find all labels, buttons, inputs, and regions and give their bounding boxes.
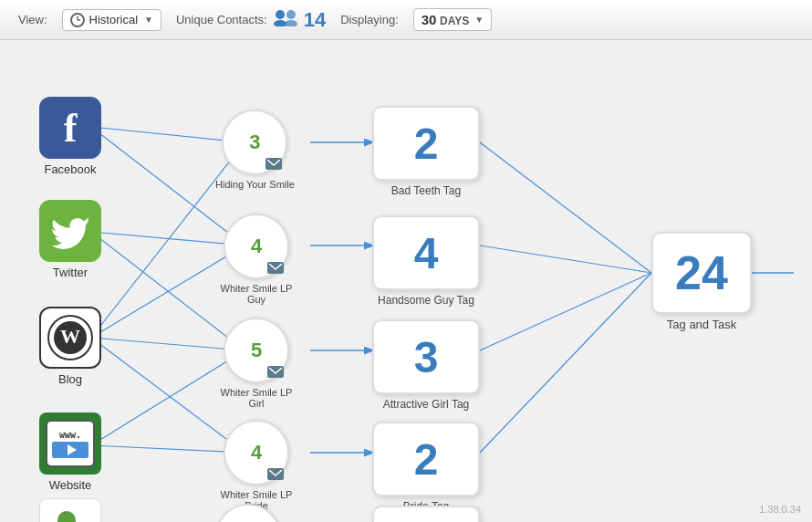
result-node-tag-task[interactable]: 24 Tag and Task	[651, 232, 752, 331]
tag-box-attractive-girl: 3	[372, 319, 480, 394]
result-number: 24	[675, 245, 728, 300]
tag-box-bad-teeth: 2	[372, 106, 480, 181]
unique-contacts-label: Unique Contacts:	[176, 13, 267, 26]
blog-icon: W	[39, 307, 101, 369]
website-icon: www.	[39, 412, 101, 475]
funnel-label-hiding: Hiding Your Smile	[215, 179, 295, 190]
source-node-facebook[interactable]: f Facebook	[29, 97, 111, 176]
days-value: 30 DAYS	[422, 12, 470, 27]
unique-contacts-section: Unique Contacts: 14	[176, 8, 326, 32]
displaying-label: Displaying:	[340, 13, 399, 26]
version-text: 1.38.0.34	[759, 504, 801, 515]
result-label: Tag and Task	[667, 318, 736, 331]
svg-point-4	[274, 20, 286, 26]
tag-node-bride[interactable]: 2 Bride Tag	[372, 422, 480, 513]
funnel-email-icon-whiter-bride	[267, 468, 284, 480]
flow-canvas: f Facebook Twitter W Blog www.	[0, 40, 812, 522]
tag-label-handsome-guy: Handsome Guy Tag	[378, 294, 474, 307]
facebook-icon: f	[39, 97, 101, 159]
clock-icon	[70, 13, 85, 27]
contact-icon	[39, 498, 101, 522]
tag-number-bad-teeth: 2	[414, 119, 439, 169]
tag-node-unknown[interactable]: 0	[372, 506, 480, 522]
days-dropdown[interactable]: 30 DAYS ▼	[413, 8, 492, 31]
svg-line-23	[480, 245, 651, 273]
funnel-circle-whiter-girl: 5	[224, 318, 289, 383]
contacts-icon	[273, 8, 298, 31]
twitter-label: Twitter	[53, 266, 88, 279]
view-option-text: Historical	[89, 13, 138, 26]
tag-box-handsome-guy: 4	[372, 215, 480, 290]
tag-label-bad-teeth: Bad Teeth Tag	[391, 184, 461, 197]
funnel-label-whiter-guy: Whiter Smile LP Guy	[215, 283, 297, 305]
view-dropdown[interactable]: Historical ▼	[62, 9, 161, 31]
funnel-email-icon-whiter-girl	[267, 366, 284, 378]
tag-number-attractive-girl: 3	[414, 332, 439, 382]
tag-node-attractive-girl[interactable]: 3 Attractive Girl Tag	[372, 319, 480, 411]
tag-node-handsome-guy[interactable]: 4 Handsome Guy Tag	[372, 215, 480, 307]
funnel-number-whiter-bride: 4	[251, 441, 262, 465]
svg-point-5	[285, 20, 297, 26]
svg-line-25	[480, 273, 651, 453]
funnel-circle-hiding: 3	[222, 110, 287, 175]
view-dropdown-arrow: ▼	[144, 15, 153, 25]
tag-label-attractive-girl: Attractive Girl Tag	[383, 398, 469, 411]
toolbar: View: Historical ▼ Unique Contacts: 14 D…	[0, 0, 812, 40]
source-node-website[interactable]: www. Website	[29, 412, 111, 492]
twitter-icon	[39, 200, 101, 262]
svg-point-2	[276, 10, 285, 19]
source-node-contact[interactable]	[29, 498, 111, 522]
funnel-number-whiter-guy: 4	[251, 235, 262, 258]
funnel-node-whiter-guy[interactable]: 4 Whiter Smile LP Guy	[215, 214, 297, 305]
tag-node-bad-teeth[interactable]: 2 Bad Teeth Tag	[372, 106, 480, 197]
website-label: Website	[49, 478, 92, 492]
view-label: View:	[18, 13, 47, 26]
funnel-email-icon-whiter-guy	[267, 262, 284, 274]
result-box: 24	[651, 232, 752, 314]
funnel-email-icon-hiding	[265, 158, 282, 170]
tag-box-bride: 2	[372, 422, 480, 496]
funnel-number-whiter-girl: 5	[251, 339, 262, 362]
facebook-label: Facebook	[44, 162, 96, 176]
tag-number-handsome-guy: 4	[414, 228, 439, 278]
funnel-node-whiter-bride[interactable]: 4 Whiter Smile LP Bride	[215, 420, 297, 511]
tag-number-unknown: 0	[414, 518, 439, 523]
funnel-label-whiter-girl: Whiter Smile LP Girl	[215, 387, 297, 409]
funnel-node-whiter-girl[interactable]: 5 Whiter Smile LP Girl	[215, 318, 297, 409]
contacts-count: 14	[304, 8, 326, 32]
svg-point-30	[57, 511, 76, 522]
source-node-twitter[interactable]: Twitter	[29, 200, 111, 279]
funnel-number-hiding: 3	[249, 130, 260, 154]
funnel-circle-unknown: 0	[215, 504, 281, 522]
svg-text:W: W	[60, 325, 80, 348]
funnel-circle-whiter-guy: 4	[224, 214, 289, 279]
tag-box-unknown: 0	[372, 506, 480, 522]
days-dropdown-arrow: ▼	[474, 15, 484, 25]
tag-number-bride: 2	[414, 434, 439, 485]
svg-line-22	[480, 142, 651, 273]
blog-label: Blog	[58, 372, 82, 386]
funnel-node-unknown[interactable]: 0	[215, 504, 281, 522]
svg-point-3	[286, 10, 296, 19]
source-node-blog[interactable]: W Blog	[29, 307, 111, 386]
svg-line-24	[480, 273, 651, 350]
funnel-circle-whiter-bride: 4	[224, 420, 289, 485]
funnel-node-hiding[interactable]: 3 Hiding Your Smile	[215, 110, 295, 190]
